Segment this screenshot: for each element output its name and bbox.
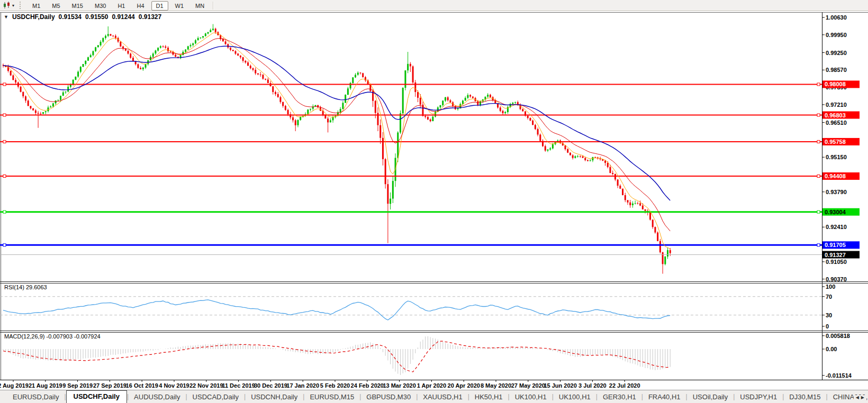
svg-text:16 Oct 2019: 16 Oct 2019 xyxy=(126,382,158,389)
tab-UK100-H1[interactable]: UK100,H1 xyxy=(510,391,552,403)
svg-text:22 Jul 2020: 22 Jul 2020 xyxy=(609,382,640,389)
rsi-indicator-label: RSI(14) 29.6063 xyxy=(4,284,47,290)
tab-EURUSD-Daily[interactable]: EURUSD,Daily xyxy=(7,391,64,403)
hline-0.98008[interactable]: 0.98008 xyxy=(0,80,860,88)
line-handle[interactable] xyxy=(3,114,6,116)
tab-UK100-H1[interactable]: UK100,H1 xyxy=(554,391,596,403)
ohlc-high: 0.91550 xyxy=(85,13,108,21)
ohlc-open: 0.91534 xyxy=(59,13,82,21)
line-handle[interactable] xyxy=(817,83,820,86)
svg-text:0.99950: 0.99950 xyxy=(826,32,847,38)
ohlc-close: 0.91327 xyxy=(139,13,161,21)
macd-indicator-label: MACD(12,26,9) -0.007903 -0.007924 xyxy=(4,333,101,340)
hline-0.93004[interactable]: 0.93004 xyxy=(0,208,860,216)
line-handle[interactable] xyxy=(3,140,6,143)
tab-FRA40-H1[interactable]: FRA40,H1 xyxy=(643,391,686,403)
svg-text:0.90370: 0.90370 xyxy=(826,276,847,282)
svg-text:0.91705: 0.91705 xyxy=(825,242,846,248)
chart-frame xyxy=(0,12,868,380)
svg-text:22 Nov 2019: 22 Nov 2019 xyxy=(189,382,223,389)
tab-DJ30-M15[interactable]: DJ30,M15 xyxy=(784,391,826,403)
svg-text:15 Jun 2020: 15 Jun 2020 xyxy=(544,382,576,389)
line-handle[interactable] xyxy=(3,210,6,213)
rsi-panel[interactable]: 10070300 xyxy=(0,283,835,329)
tab-HK50-H1[interactable]: HK50,H1 xyxy=(469,391,508,403)
svg-text:4 Nov 2019: 4 Nov 2019 xyxy=(159,382,189,389)
line-handle[interactable] xyxy=(3,244,6,246)
timeframe-button-M30[interactable]: M30 xyxy=(90,1,111,11)
svg-text:13 Mar 2020: 13 Mar 2020 xyxy=(383,382,415,389)
ohlc-low: 0.91244 xyxy=(112,13,134,21)
timeframe-button-MN[interactable]: MN xyxy=(191,1,209,11)
tab-scroll-arrows: ◀▶ xyxy=(854,395,866,400)
chart-title-strip: ▼ USDCHF,Daily 0.91534 0.91550 0.91244 0… xyxy=(4,13,161,21)
svg-text:0.98008: 0.98008 xyxy=(825,81,846,87)
svg-text:1 Apr 2020: 1 Apr 2020 xyxy=(417,382,446,389)
svg-text:21 Aug 2019: 21 Aug 2019 xyxy=(29,382,62,389)
tab-USDCAD-Daily[interactable]: USDCAD,Daily xyxy=(187,391,244,403)
hline-0.95758[interactable]: 0.95758 xyxy=(0,138,860,145)
svg-text:9 Sep 2019: 9 Sep 2019 xyxy=(62,382,93,389)
line-handle[interactable] xyxy=(3,175,6,177)
current-price-line: 0.91327 xyxy=(0,251,860,259)
symbol-menu-button[interactable]: ▼ xyxy=(4,14,8,20)
hline-0.91705[interactable]: 0.91705 xyxy=(0,241,860,249)
line-handle[interactable] xyxy=(817,114,820,116)
price-chart-canvas[interactable]: 1.006300.999500.992500.985700.978900.972… xyxy=(0,12,868,390)
tab-GER30-H1[interactable]: GER30,H1 xyxy=(598,391,641,403)
svg-text:30 Dec 2019: 30 Dec 2019 xyxy=(254,382,287,389)
timeframe-button-W1[interactable]: W1 xyxy=(170,1,189,11)
timeframe-button-H4[interactable]: H4 xyxy=(132,1,149,11)
timeframe-button-H1[interactable]: H1 xyxy=(113,1,130,11)
tab-GBPUSD-M30[interactable]: GBPUSD,M30 xyxy=(361,391,416,403)
svg-text:0.92410: 0.92410 xyxy=(826,224,847,230)
svg-text:-0.011514: -0.011514 xyxy=(826,372,852,379)
svg-text:0.96510: 0.96510 xyxy=(826,120,847,126)
timeframe-button-M5[interactable]: M5 xyxy=(47,1,65,11)
svg-text:0.96803: 0.96803 xyxy=(825,112,846,118)
svg-text:0.94408: 0.94408 xyxy=(825,173,846,179)
timeframe-button-D1[interactable]: D1 xyxy=(151,1,168,11)
timeframe-button-M1[interactable]: M1 xyxy=(28,1,45,11)
line-handle[interactable] xyxy=(817,210,820,213)
tab-EURUSD-M15[interactable]: EURUSD,M15 xyxy=(304,391,359,403)
hline-0.94408[interactable]: 0.94408 xyxy=(0,172,860,180)
tab-USOil-Daily[interactable]: USOil,Daily xyxy=(688,391,733,403)
svg-text:0.005818: 0.005818 xyxy=(826,333,850,339)
timeframe-button-M15[interactable]: M15 xyxy=(67,1,88,11)
macd-signal-line xyxy=(3,341,670,372)
svg-text:100: 100 xyxy=(826,283,835,290)
tab-scroll-right-icon[interactable]: ▶ xyxy=(861,395,866,400)
chevron-down-icon: ▾ xyxy=(12,3,14,8)
svg-text:0.95758: 0.95758 xyxy=(825,139,846,145)
tab-XAUUSD-H1[interactable]: XAUUSD,H1 xyxy=(418,391,467,403)
date-axis[interactable]: 2 Aug 201921 Aug 20199 Sep 201927 Sep 20… xyxy=(0,380,640,389)
line-handle[interactable] xyxy=(3,83,6,86)
timeframe-buttons-group: M1M5M15M30H1H4D1W1MN xyxy=(26,1,210,10)
svg-text:0.91327: 0.91327 xyxy=(825,252,846,258)
svg-text:17 Jan 2020: 17 Jan 2020 xyxy=(286,382,319,389)
macd-panel[interactable]: 0.0058180.00-0.011514 xyxy=(3,333,852,379)
toolbar-separator xyxy=(213,2,214,10)
ma-slow-line[interactable] xyxy=(3,46,670,200)
line-handle[interactable] xyxy=(817,140,820,143)
ma-fast-line[interactable] xyxy=(3,33,670,249)
candlestick-chart-icon xyxy=(3,2,11,9)
ma-mid-line[interactable] xyxy=(3,39,670,231)
line-handle[interactable] xyxy=(817,244,820,246)
svg-text:11 Dec 2019: 11 Dec 2019 xyxy=(222,382,255,389)
tab-USDCNH-Daily[interactable]: USDCNH,Daily xyxy=(246,391,303,403)
chart-type-button[interactable]: ▾ xyxy=(1,1,16,10)
tab-AUDUSD-Daily[interactable]: AUDUSD,Daily xyxy=(129,391,185,403)
horizontal-lines: 0.980080.968030.957580.944080.930040.917… xyxy=(0,80,860,249)
trading-platform-window: { "toolbar": { "chart_type_icon": "candl… xyxy=(0,0,868,403)
svg-text:20 Apr 2020: 20 Apr 2020 xyxy=(448,382,480,389)
chart-tabs-bar: EURUSD,Daily|USDCHF,Daily|AUDUSD,Daily|U… xyxy=(0,390,868,403)
line-handle[interactable] xyxy=(817,175,820,177)
toolbar-grip[interactable] xyxy=(20,2,23,9)
tab-USDCHF-Daily[interactable]: USDCHF,Daily xyxy=(66,390,127,403)
tab-scroll-left-icon[interactable]: ◀ xyxy=(856,395,861,400)
svg-text:0.93004: 0.93004 xyxy=(825,209,846,215)
tab-USDJPY-H1[interactable]: USDJPY,H1 xyxy=(735,391,782,403)
timeframe-toolbar: ▾ M1M5M15M30H1H4D1W1MN xyxy=(0,0,868,11)
